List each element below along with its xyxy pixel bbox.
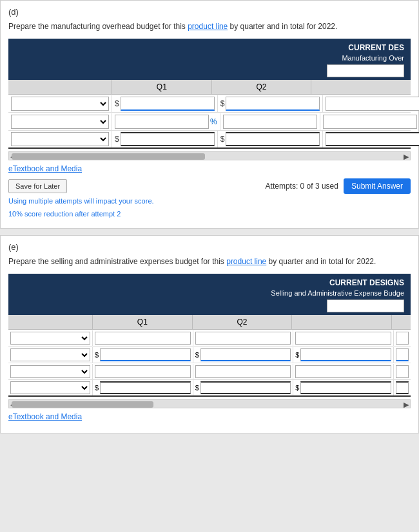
dollar-e-2-q1: $ bbox=[95, 351, 99, 359]
input-e-3-q3[interactable] bbox=[295, 365, 391, 378]
cell-e-3-q2 bbox=[193, 364, 293, 379]
col-headers-d: Q1 Q2 bbox=[8, 80, 411, 95]
cell-e-1-q2 bbox=[193, 330, 293, 346]
col-q2-d: Q2 bbox=[211, 80, 311, 94]
product-line-link-d[interactable]: product line bbox=[188, 22, 228, 31]
part-d-label: (d) bbox=[8, 7, 411, 17]
data-row-e-3 bbox=[8, 363, 411, 380]
data-row-e-1 bbox=[8, 330, 411, 347]
dollar-prefix-d-1-q1: $ bbox=[115, 99, 119, 108]
input-e-3-q2[interactable] bbox=[195, 365, 291, 378]
select-e-2[interactable] bbox=[10, 348, 90, 361]
header-input-d[interactable] bbox=[327, 64, 404, 77]
select-d-3[interactable] bbox=[11, 132, 109, 146]
table-header-d: CURRENT DES Manufacturing Over bbox=[8, 39, 411, 80]
dollar-prefix-d-3-q2: $ bbox=[220, 135, 225, 144]
input-e-4-q2[interactable] bbox=[200, 381, 291, 394]
section-d: (d) Prepare the manufacturing overhead b… bbox=[0, 0, 419, 229]
select-e-1[interactable] bbox=[10, 332, 90, 345]
col-q4-e bbox=[391, 315, 411, 329]
input-d-3-q1[interactable] bbox=[121, 132, 215, 146]
cell-d-3-q2: $ bbox=[217, 131, 323, 147]
input-e-1-q4[interactable] bbox=[396, 332, 409, 345]
input-e-2-q3[interactable] bbox=[300, 348, 391, 361]
etextbook-link-d[interactable]: eTextbook and Media bbox=[8, 164, 411, 173]
cell-e-2-q4 bbox=[393, 347, 411, 363]
input-e-1-q1[interactable] bbox=[95, 332, 191, 345]
input-e-1-q3[interactable] bbox=[295, 332, 391, 345]
input-d-1-q2[interactable] bbox=[226, 97, 320, 111]
scroll-right-arrow-e[interactable]: ▶ bbox=[404, 401, 409, 408]
input-e-2-q1[interactable] bbox=[100, 348, 191, 361]
input-d-2-q3[interactable] bbox=[323, 115, 417, 129]
cell-e-4-q3: $ bbox=[293, 380, 393, 395]
submit-button-d[interactable]: Submit Answer bbox=[344, 178, 411, 194]
cell-e-4-q2: $ bbox=[193, 380, 293, 395]
cell-e-1-q4 bbox=[393, 330, 411, 346]
input-d-3-q3[interactable] bbox=[326, 132, 419, 146]
save-later-button-d[interactable]: Save for Later bbox=[8, 179, 67, 193]
score-notes-d: Using multiple attempts will impact your… bbox=[8, 196, 411, 219]
cell-e-2-q3: $ bbox=[293, 347, 393, 363]
input-e-4-q3[interactable] bbox=[300, 381, 391, 394]
select-d-1[interactable] bbox=[11, 97, 109, 111]
dropdown-d-3[interactable] bbox=[8, 131, 112, 147]
percent-suffix-d-2: % bbox=[210, 117, 217, 126]
data-row-e-2: $ $ $ bbox=[8, 347, 411, 363]
col-q3-d bbox=[311, 80, 411, 94]
dropdown-d-2[interactable] bbox=[8, 113, 112, 130]
col-headers-e: Q1 Q2 bbox=[8, 315, 411, 330]
input-e-4-q4[interactable] bbox=[396, 381, 409, 394]
scroll-thumb-d[interactable] bbox=[12, 153, 205, 160]
dropdown-e-3[interactable] bbox=[8, 364, 92, 379]
input-e-2-q2[interactable] bbox=[200, 348, 291, 361]
section-e: (e) Prepare the selling and administrati… bbox=[0, 235, 419, 433]
input-d-1-q3[interactable] bbox=[326, 97, 419, 111]
cell-e-4-q1: $ bbox=[92, 380, 193, 395]
data-row-d-1: $ $ bbox=[8, 95, 411, 113]
dropdown-e-1[interactable] bbox=[8, 330, 92, 346]
product-line-link-e[interactable]: product line bbox=[226, 257, 266, 266]
header-input-e[interactable] bbox=[327, 299, 404, 312]
etextbook-link-e[interactable]: eTextbook and Media bbox=[8, 412, 411, 421]
dollar-e-4-q1: $ bbox=[95, 384, 99, 392]
data-row-d-2: % bbox=[8, 113, 411, 131]
instruction-e: Prepare the selling and administrative e… bbox=[8, 256, 411, 267]
score-note-line1-d: Using multiple attempts will impact your… bbox=[8, 196, 411, 207]
dropdown-d-1[interactable] bbox=[8, 95, 112, 112]
dropdown-e-4[interactable] bbox=[8, 380, 92, 395]
cell-d-1-q2: $ bbox=[217, 95, 323, 112]
input-d-1-q1[interactable] bbox=[121, 97, 215, 111]
cell-e-3-q4 bbox=[393, 364, 411, 379]
data-row-e-4: $ $ $ bbox=[8, 380, 411, 397]
input-e-4-q1[interactable] bbox=[100, 381, 191, 394]
cell-d-3-q1: $ bbox=[112, 131, 217, 147]
select-e-4[interactable] bbox=[10, 381, 90, 394]
dollar-prefix-d-3-q1: $ bbox=[115, 135, 119, 144]
cell-e-2-q2: $ bbox=[193, 347, 293, 363]
input-e-3-q4[interactable] bbox=[396, 365, 409, 378]
select-d-2[interactable] bbox=[11, 115, 109, 129]
dropdown-e-2[interactable] bbox=[8, 347, 92, 363]
left-spacer-d bbox=[8, 80, 112, 94]
scroll-thumb-e[interactable] bbox=[12, 401, 153, 408]
cell-e-1-q1 bbox=[92, 330, 193, 346]
scroll-right-arrow-d[interactable]: ▶ bbox=[404, 153, 409, 160]
scroll-bar-d[interactable]: ◀ ▶ bbox=[8, 151, 411, 160]
col-q2-e: Q2 bbox=[192, 315, 292, 329]
bottom-controls-d: Save for Later Attempts: 0 of 3 used Sub… bbox=[8, 178, 411, 194]
cell-d-3-q3 bbox=[322, 131, 419, 147]
right-controls-d: Attempts: 0 of 3 used Submit Answer bbox=[266, 178, 411, 194]
cell-e-3-q3 bbox=[293, 364, 393, 379]
cell-d-2-q2 bbox=[220, 113, 320, 130]
dollar-e-4-q2: $ bbox=[195, 384, 199, 392]
input-e-2-q4[interactable] bbox=[396, 348, 409, 361]
input-d-2-q1[interactable] bbox=[115, 115, 209, 129]
input-d-2-q2[interactable] bbox=[223, 115, 317, 129]
input-e-3-q1[interactable] bbox=[95, 365, 191, 378]
select-e-3[interactable] bbox=[10, 365, 90, 378]
scroll-bar-e[interactable]: ◀ ▶ bbox=[8, 399, 411, 408]
input-e-1-q2[interactable] bbox=[195, 332, 291, 345]
input-d-3-q2[interactable] bbox=[226, 132, 320, 146]
cell-e-2-q1: $ bbox=[92, 347, 193, 363]
